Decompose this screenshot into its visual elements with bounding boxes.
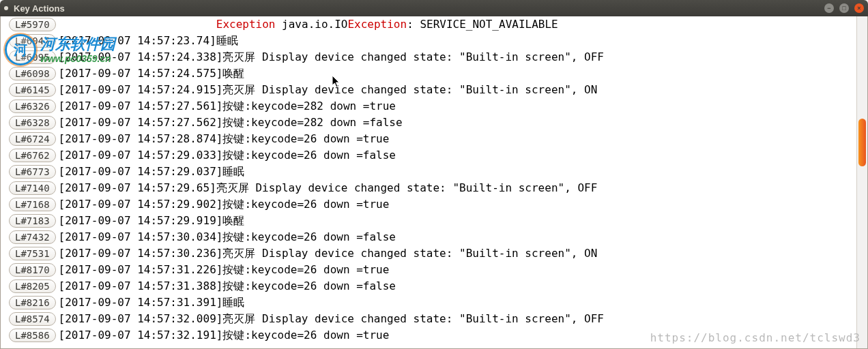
log-text: [2017-09-07 14:57:28.874]按键:keycode=26 d… xyxy=(59,131,390,147)
line-number-button[interactable]: L#8586 xyxy=(9,329,56,342)
maximize-button[interactable]: □ xyxy=(839,3,849,13)
log-text: [2017-09-07 14:57:29.037]睡眠 xyxy=(59,164,245,180)
log-text: [2017-09-07 14:57:27.562]按键:keycode=282 … xyxy=(59,115,403,131)
line-number-button[interactable]: L#5970 xyxy=(9,18,56,31)
minimize-button[interactable]: − xyxy=(824,3,834,13)
log-text: [2017-09-07 14:57:24.915]亮灭屏 Display dev… xyxy=(59,82,598,98)
log-text: [2017-09-07 14:57:29.919]唤醒 xyxy=(59,213,245,229)
log-text: [2017-09-07 14:57:30.236]亮灭屏 Display dev… xyxy=(59,245,598,262)
line-number-button[interactable]: L#6095 xyxy=(9,50,56,64)
line-number-button[interactable]: L#6047 xyxy=(9,34,56,48)
log-row: L#7168 [2017-09-07 14:57:29.902]按键:keyco… xyxy=(1,196,856,213)
log-row: L#8205 [2017-09-07 14:57:31.388]按键:keyco… xyxy=(1,278,856,294)
vertical-scrollbar[interactable] xyxy=(856,16,867,348)
log-row: L#6724 [2017-09-07 14:57:28.874]按键:keyco… xyxy=(1,131,856,147)
line-number-button[interactable]: L#6326 xyxy=(9,100,56,113)
log-row: L#6762 [2017-09-07 14:57:29.033]按键:keyco… xyxy=(1,147,856,164)
line-number-button[interactable]: L#6145 xyxy=(9,83,56,97)
log-row: L#5970 Exception java.io.IOException: SE… xyxy=(1,16,856,33)
line-number-button[interactable]: L#7140 xyxy=(9,181,56,195)
log-text: [2017-09-07 14:57:24.338]亮灭屏 Display dev… xyxy=(59,49,604,65)
log-row: L#6047 [2017-09-07 14:57:23.74]睡眠 xyxy=(1,33,856,49)
log-row: L#7183 [2017-09-07 14:57:29.919]唤醒 xyxy=(1,213,856,229)
line-number-button[interactable]: L#8574 xyxy=(9,312,56,326)
line-number-button[interactable]: L#6328 xyxy=(9,116,56,130)
titlebar: Key Actions − □ × xyxy=(0,0,868,16)
log-text: [2017-09-07 14:57:30.034]按键:keycode=26 d… xyxy=(59,229,396,245)
line-number-button[interactable]: L#7168 xyxy=(9,198,56,211)
line-number-button[interactable]: L#7432 xyxy=(9,230,56,244)
log-row: L#8170 [2017-09-07 14:57:31.226]按键:keyco… xyxy=(1,262,856,278)
line-number-button[interactable]: L#8205 xyxy=(9,279,56,293)
content-area: 河 河东软件园 www.pc0359.cn L#5970 Exception j… xyxy=(0,16,868,349)
scroll-thumb[interactable] xyxy=(858,119,866,166)
log-text: [2017-09-07 14:57:31.226]按键:keycode=26 d… xyxy=(59,262,390,278)
log-text: [2017-09-07 14:57:32.009]亮灭屏 Display dev… xyxy=(59,311,604,327)
log-text: [2017-09-07 14:57:23.74]睡眠 xyxy=(59,33,238,49)
line-number-button[interactable]: L#6762 xyxy=(9,149,56,162)
line-number-button[interactable]: L#6724 xyxy=(9,132,56,146)
log-row: L#7140 [2017-09-07 14:57:29.65]亮灭屏 Displ… xyxy=(1,180,856,196)
log-text: [2017-09-07 14:57:31.388]按键:keycode=26 d… xyxy=(59,278,396,294)
log-row: L#6326 [2017-09-07 14:57:27.561]按键:keyco… xyxy=(1,98,856,115)
log-text: [2017-09-07 14:57:32.191]按键:keycode=26 d… xyxy=(59,327,390,344)
log-row: L#8586 [2017-09-07 14:57:32.191]按键:keyco… xyxy=(1,327,856,344)
line-number-button[interactable]: L#8216 xyxy=(9,296,56,309)
log-row: L#6095 [2017-09-07 14:57:24.338]亮灭屏 Disp… xyxy=(1,49,856,65)
line-number-button[interactable]: L#6773 xyxy=(9,165,56,179)
log-row: L#6328 [2017-09-07 14:57:27.562]按键:keyco… xyxy=(1,115,856,131)
log-row: L#8574 [2017-09-07 14:57:32.009]亮灭屏 Disp… xyxy=(1,311,856,327)
log-row: L#6098 [2017-09-07 14:57:24.575]唤醒 xyxy=(1,65,856,82)
log-pane[interactable]: L#5970 Exception java.io.IOException: SE… xyxy=(1,16,856,348)
log-text: [2017-09-07 14:57:31.391]睡眠 xyxy=(59,294,245,311)
log-row: L#6145 [2017-09-07 14:57:24.915]亮灭屏 Disp… xyxy=(1,82,856,98)
line-number-button[interactable]: L#8170 xyxy=(9,263,56,277)
log-row: L#7432 [2017-09-07 14:57:30.034]按键:keyco… xyxy=(1,229,856,245)
line-number-button[interactable]: L#6098 xyxy=(9,67,56,80)
titlebar-dot-icon xyxy=(4,6,8,10)
log-row: L#8216 [2017-09-07 14:57:31.391]睡眠 xyxy=(1,294,856,311)
log-text: [2017-09-07 14:57:29.902]按键:keycode=26 d… xyxy=(59,196,390,213)
window-controls: − □ × xyxy=(824,3,864,13)
log-text: Exception java.io.IOException: SERVICE_N… xyxy=(59,16,558,33)
close-button[interactable]: × xyxy=(854,3,864,13)
log-text: [2017-09-07 14:57:27.561]按键:keycode=282 … xyxy=(59,98,396,115)
window-title: Key Actions xyxy=(14,3,65,14)
line-number-button[interactable]: L#7183 xyxy=(9,214,56,228)
line-number-button[interactable]: L#7531 xyxy=(9,247,56,260)
log-row: L#7531 [2017-09-07 14:57:30.236]亮灭屏 Disp… xyxy=(1,245,856,262)
log-row: L#6773 [2017-09-07 14:57:29.037]睡眠 xyxy=(1,164,856,180)
log-text: [2017-09-07 14:57:29.65]亮灭屏 Display devi… xyxy=(59,180,598,196)
log-text: [2017-09-07 14:57:24.575]唤醒 xyxy=(59,65,245,82)
log-text: [2017-09-07 14:57:29.033]按键:keycode=26 d… xyxy=(59,147,396,164)
